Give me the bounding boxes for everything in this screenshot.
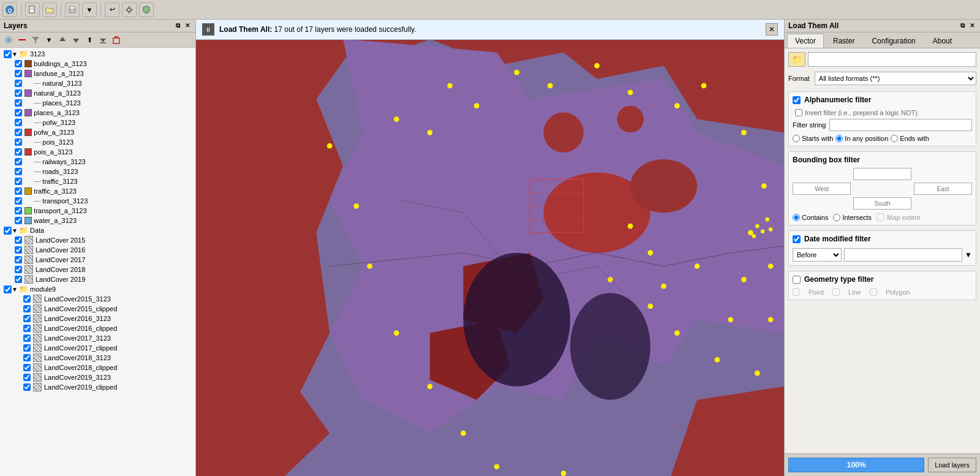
group-module9-checkbox[interactable] xyxy=(4,285,12,293)
format-select[interactable]: All listed formats (**) xyxy=(815,72,976,85)
date-modified-filter-checkbox[interactable] xyxy=(793,235,801,243)
bbox-east-input[interactable] xyxy=(914,183,972,195)
list-item[interactable]: —natural_3123 xyxy=(2,78,195,88)
settings2-btn[interactable] xyxy=(122,2,137,17)
list-item[interactable]: buildings_a_3123 xyxy=(2,59,195,69)
right-panel-float-btn[interactable]: ⧉ xyxy=(959,22,967,29)
list-item[interactable]: —places_3123 xyxy=(2,98,195,108)
starts-with-radio[interactable] xyxy=(793,135,800,142)
folder-path-input[interactable]: 'Google Drive'/02_OK/Gov_Geospatial_Trai… xyxy=(808,52,976,67)
layers-panel-float-btn[interactable]: ⧉ xyxy=(174,22,182,29)
polygon-checkbox[interactable] xyxy=(870,289,877,296)
alphanumeric-filter-checkbox[interactable] xyxy=(793,96,801,104)
intersects-radio[interactable] xyxy=(833,214,840,221)
group-data-expand[interactable]: ▼ xyxy=(12,227,18,234)
list-item[interactable]: LandCover2018_clipped xyxy=(2,363,195,372)
map-extent-checkbox[interactable] xyxy=(876,213,884,221)
filter-layers-btn[interactable] xyxy=(29,34,42,46)
tab-raster[interactable]: Raster xyxy=(825,34,862,48)
list-item[interactable]: natural_a_3123 xyxy=(2,88,195,98)
list-item[interactable]: water_a_3123 xyxy=(2,216,195,225)
list-item[interactable]: LandCover 2018 xyxy=(2,265,195,274)
list-item[interactable]: pois_a_3123 xyxy=(2,147,195,157)
group-data-label: Data xyxy=(30,227,44,234)
filter-string-input[interactable] xyxy=(829,119,972,131)
group-3123-expand[interactable]: ▼ xyxy=(12,51,18,58)
list-item[interactable]: LandCover2018_3123 xyxy=(2,353,195,363)
tab-about[interactable]: About xyxy=(925,34,960,48)
shield-btn[interactable] xyxy=(139,2,154,17)
map-area[interactable]: ⏸ Load Them All: 17 out of 17 layers wer… xyxy=(196,20,784,476)
layer-options-btn[interactable]: ▼ xyxy=(43,34,55,46)
list-item[interactable]: LandCover2017_clipped xyxy=(2,343,195,353)
group-module9-expand[interactable]: ▼ xyxy=(12,286,18,293)
invert-filter-checkbox[interactable] xyxy=(795,109,802,116)
qgis-logo-btn[interactable]: Q xyxy=(2,2,17,17)
layer-group-3123-header[interactable]: ▼ 📁 3123 xyxy=(2,49,195,59)
print-btn[interactable] xyxy=(65,2,80,17)
contains-radio[interactable] xyxy=(793,214,800,221)
bbox-south-input[interactable] xyxy=(853,197,911,210)
list-item[interactable]: —traffic_3123 xyxy=(2,176,195,186)
right-panel-close-btn[interactable]: ✕ xyxy=(968,22,976,29)
geometry-filter-checkbox[interactable] xyxy=(793,276,801,284)
browse-folder-btn[interactable]: 📁 xyxy=(788,52,805,67)
list-item[interactable]: landuse_a_3123 xyxy=(2,69,195,78)
list-item[interactable]: LandCover2015_clipped xyxy=(2,304,195,314)
list-item[interactable]: LandCover 2016 xyxy=(2,245,195,255)
tab-configuration[interactable]: Configuration xyxy=(864,34,923,48)
delete-layer-btn[interactable] xyxy=(110,34,123,46)
bbox-north-input[interactable] xyxy=(853,168,911,180)
in-any-position-radio[interactable] xyxy=(835,135,843,142)
layers-panel-close-btn[interactable]: ✕ xyxy=(183,22,192,29)
list-item[interactable]: LandCover2016_3123 xyxy=(2,314,195,323)
date-dropdown-btn[interactable]: ▼ xyxy=(965,251,972,259)
ends-with-radio-group: Ends with xyxy=(891,135,929,142)
list-item[interactable]: —roads_3123 xyxy=(2,167,195,176)
list-item[interactable]: transport_a_3123 xyxy=(2,206,195,216)
move-top-btn[interactable]: ⬆ xyxy=(83,34,96,46)
bbox-west-input[interactable] xyxy=(793,183,851,195)
open-project-btn[interactable] xyxy=(42,2,57,17)
grid-icon xyxy=(24,265,33,274)
settings-btn[interactable]: ▼ xyxy=(82,2,97,17)
before-after-select[interactable]: Before After xyxy=(793,248,842,262)
list-item[interactable]: places_a_3123 xyxy=(2,108,195,118)
list-item[interactable]: LandCover 2019 xyxy=(2,274,195,284)
move-bottom-btn[interactable] xyxy=(97,34,109,46)
layer-group-module9-header[interactable]: ▼ 📁 module9 xyxy=(2,284,195,294)
tab-vector[interactable]: Vector xyxy=(787,34,824,48)
notification-pause-btn[interactable]: ⏸ xyxy=(202,23,214,36)
group-data-checkbox[interactable] xyxy=(4,227,12,235)
move-down-btn[interactable] xyxy=(70,34,82,46)
notification-close-btn[interactable]: ✕ xyxy=(766,23,778,36)
list-item[interactable]: pofw_a_3123 xyxy=(2,127,195,137)
add-layer-btn[interactable]: + xyxy=(2,34,15,46)
map-canvas[interactable] xyxy=(196,20,784,476)
list-item[interactable]: —transport_3123 xyxy=(2,196,195,206)
layer-group-data-header[interactable]: ▼ 📁 Data xyxy=(2,225,195,235)
point-checkbox[interactable] xyxy=(793,289,800,296)
list-item[interactable]: LandCover2016_clipped xyxy=(2,323,195,333)
remove-layer-btn[interactable] xyxy=(16,34,28,46)
list-item[interactable]: LandCover 2015 xyxy=(2,235,195,245)
progress-bar-container: 100% xyxy=(788,458,924,472)
list-item[interactable]: traffic_a_3123 xyxy=(2,186,195,196)
undo-btn[interactable]: ↩ xyxy=(105,2,119,17)
bbox-title: Bounding box filter xyxy=(793,156,972,164)
list-item[interactable]: LandCover 2017 xyxy=(2,255,195,265)
list-item[interactable]: —railways_3123 xyxy=(2,157,195,167)
group-3123-checkbox[interactable] xyxy=(4,50,12,58)
list-item[interactable]: —pofw_3123 xyxy=(2,118,195,127)
list-item[interactable]: LandCover2017_3123 xyxy=(2,333,195,343)
list-item[interactable]: LandCover2019_3123 xyxy=(2,372,195,382)
line-checkbox[interactable] xyxy=(832,289,840,296)
ends-with-radio[interactable] xyxy=(891,135,898,142)
new-project-btn[interactable] xyxy=(25,2,40,17)
list-item[interactable]: —pois_3123 xyxy=(2,137,195,147)
list-item[interactable]: LandCover2019_clipped xyxy=(2,382,195,392)
list-item[interactable]: LandCover2015_3123 xyxy=(2,294,195,304)
move-up-btn[interactable] xyxy=(56,34,69,46)
load-layers-button[interactable]: Load layers xyxy=(928,458,976,472)
date-input[interactable]: Sat 20 Feb 2021 09:51 PM xyxy=(844,248,962,262)
